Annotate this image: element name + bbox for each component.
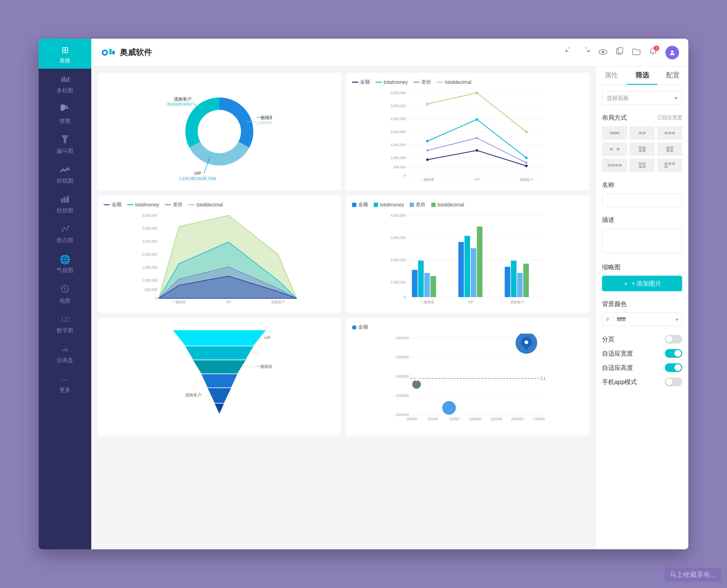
adaptive-height-label: 自适应高度: [602, 364, 633, 372]
sidebar-item-more[interactable]: ··· 更多: [39, 368, 91, 398]
layout-equal-2[interactable]: [629, 142, 655, 156]
tab-shuxing[interactable]: 属性: [596, 66, 627, 85]
pagination-toggle[interactable]: [665, 335, 682, 343]
layout-title: 布局方式: [602, 113, 627, 122]
sidebar-item-duozhubiao[interactable]: 多柱图: [39, 69, 91, 99]
svg-text:1,000,000: 1,000,000: [391, 156, 406, 160]
sidebar-item-biaoge[interactable]: ⊞ 表格: [39, 39, 91, 69]
svg-point-145: [415, 378, 418, 381]
svg-text:VIP: VIP: [264, 335, 271, 340]
sidebar-item-sandian[interactable]: 散点图: [39, 218, 91, 248]
svg-text:2,500,000: 2,500,000: [142, 239, 157, 243]
svg-point-27: [198, 110, 241, 153]
legend-label: totaldecimal: [445, 80, 471, 85]
copy-icon[interactable]: [616, 47, 623, 58]
sidebar-item-shuzi[interactable]: 123 数字图: [39, 309, 91, 339]
svg-text:团购客户: 团购客户: [510, 300, 524, 304]
sidebar-item-ditu[interactable]: 地图: [39, 278, 91, 309]
layout-suffix: 已指定宽度: [657, 114, 682, 121]
layout-3col[interactable]: [657, 126, 682, 140]
number-icon: 123: [60, 315, 70, 325]
bar1-legend: 金额 totalmoney 差价: [352, 202, 583, 208]
svg-rect-104: [517, 273, 523, 297]
bell-icon[interactable]: 1: [649, 47, 657, 58]
weather-icon: 🌐: [60, 254, 70, 265]
mobile-toggle[interactable]: [665, 378, 682, 386]
svg-text:123: 123: [61, 316, 70, 323]
topbar-icons: 1: [565, 46, 679, 59]
svg-text:3,500,000: 3,500,000: [142, 213, 157, 217]
sidebar-item-bingtu[interactable]: 饼图: [39, 99, 91, 129]
svg-rect-102: [505, 267, 510, 297]
svg-text:团购客户: 团购客户: [520, 177, 533, 181]
select-panel-dropdown[interactable]: 选择面板 ▾: [602, 91, 682, 105]
avatar[interactable]: [665, 46, 679, 59]
sidebar: ⊞ 表格 多柱图 饼图: [39, 39, 91, 549]
svg-rect-105: [523, 264, 529, 297]
line-chart-card: 金额 totalmoney 差价: [346, 73, 589, 190]
layout-mixed2[interactable]: [657, 159, 682, 172]
funnel-svg: VIP 一般顾客 团购客户: [167, 330, 272, 423]
tab-peizhi[interactable]: 配置: [657, 66, 688, 85]
name-input[interactable]: [602, 193, 682, 207]
svg-text:750000: 750000: [449, 418, 459, 421]
svg-text:1,131,582.01(35.71%): 1,131,582.01(35.71%): [179, 176, 216, 181]
bar-icon: [61, 195, 69, 205]
sidebar-item-zhexiantu[interactable]: 折线图: [39, 159, 91, 189]
sidebar-item-zhuzhuang[interactable]: 柱状图: [39, 189, 91, 218]
preview-icon[interactable]: [599, 48, 607, 58]
sidebar-item-loudoutu[interactable]: 漏斗图: [39, 129, 91, 159]
logo-svg: [101, 46, 116, 59]
legend-totaldecimal-bar: totaldecimal: [431, 202, 464, 208]
area1-legend: 金额 totalmoney 差价: [104, 202, 335, 208]
layout-mixed1[interactable]: [629, 159, 655, 172]
sidebar-item-qihou[interactable]: 🌐 气候图: [39, 248, 91, 278]
undo-icon[interactable]: [565, 47, 573, 58]
mobile-row: 手机app模式: [602, 378, 682, 386]
legend-jine: 金额: [352, 79, 370, 85]
svg-text:VIP: VIP: [226, 300, 231, 304]
svg-point-67: [525, 165, 528, 167]
svg-text:4,000,000: 4,000,000: [391, 213, 406, 217]
legend-chajia: 差价: [413, 79, 431, 85]
svg-text:1,000,000: 1,000,000: [391, 280, 406, 284]
layout-2col[interactable]: [629, 126, 655, 140]
svg-rect-96: [424, 273, 430, 297]
desc-textarea[interactable]: [602, 228, 682, 253]
adaptive-width-label: 自适应宽度: [602, 350, 633, 358]
redo-icon[interactable]: [582, 47, 590, 58]
layout-complex[interactable]: [657, 142, 682, 156]
layout-4col[interactable]: [602, 159, 627, 172]
dashboard-area: 团购客户 932,636.83(29.43%) 一般顾客 1,104,376.3…: [91, 66, 596, 549]
add-image-button[interactable]: ＋ + 添加图片: [602, 276, 682, 291]
panel-tabs: 属性 筛选 配置: [596, 66, 688, 85]
color-dropdown-icon[interactable]: ▾: [672, 317, 682, 322]
adaptive-width-toggle[interactable]: [665, 349, 682, 358]
sidebar-item-yibiao[interactable]: 仪表盘: [39, 339, 91, 368]
topbar: 奥威软件: [91, 39, 688, 66]
svg-rect-97: [431, 276, 436, 297]
layout-1col[interactable]: [602, 126, 627, 140]
svg-point-143: [525, 340, 528, 344]
svg-point-26: [671, 50, 673, 53]
chart-grid: 团购客户 932,636.83(29.43%) 一般顾客 1,104,376.3…: [98, 73, 589, 436]
svg-text:1400000: 1400000: [396, 336, 409, 340]
sidebar-label-ditu: 地图: [59, 297, 70, 304]
tab-shaixuan[interactable]: 筛选: [627, 66, 658, 85]
svg-text:1,000,000: 1,000,000: [142, 278, 157, 282]
svg-point-66: [476, 149, 478, 152]
svg-point-60: [476, 118, 478, 121]
svg-point-62: [427, 149, 428, 151]
svg-point-59: [426, 140, 429, 142]
area1-svg: 3,500,000 3,000,000 2,500,000 2,000,000 …: [104, 211, 335, 304]
svg-marker-110: [185, 346, 253, 360]
layout-wide-left[interactable]: [602, 142, 627, 156]
adaptive-height-toggle[interactable]: [665, 363, 682, 372]
svg-marker-4: [61, 135, 69, 143]
scatter-legend: 金额: [352, 324, 583, 331]
adaptive-height-row: 自适应高度: [602, 363, 682, 372]
folder-icon[interactable]: [632, 48, 641, 58]
svg-text:团购客户: 团购客户: [174, 97, 192, 102]
adaptive-width-row: 自适应宽度: [602, 349, 682, 358]
svg-text:3,000,000: 3,000,000: [391, 236, 406, 239]
